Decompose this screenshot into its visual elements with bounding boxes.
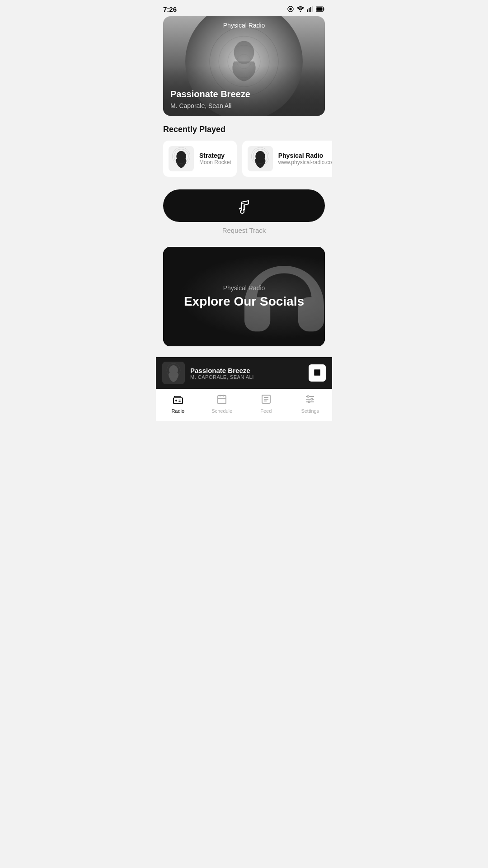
status-time: 7:26 [163,5,177,13]
svg-point-11 [234,41,254,64]
hero-card[interactable]: Physical Radio Passionate Breeze M. Capo… [163,16,325,116]
svg-rect-6 [316,7,322,11]
hero-station-label: Physical Radio [223,22,265,29]
recently-played-grid: Strategy Moon Rocket Physical Radio [163,141,325,177]
player-bar: Passionate Breeze M. CAPORALE, SEAN ALI [156,357,332,389]
main-content: Recently Played Strategy [156,116,332,346]
station-card-strategy[interactable]: Strategy Moon Rocket [163,141,237,177]
svg-point-47 [307,396,309,397]
request-track-label: Request Track [163,226,325,234]
svg-rect-1 [307,9,308,12]
player-track-artists: M. CAPORALE, SEAN ALI [190,374,303,380]
nav-label-schedule: Schedule [211,408,232,414]
battery-icon [316,6,325,12]
recently-played-section: Recently Played Strategy [163,125,325,177]
svg-point-49 [308,401,310,403]
hero-track-title: Passionate Breeze [170,89,250,99]
svg-rect-31 [218,396,226,404]
svg-rect-2 [309,8,310,12]
music-note-icon: ♫ [235,198,253,214]
svg-rect-3 [310,7,311,12]
nav-item-feed[interactable]: Feed [244,394,288,414]
station-logo-physical [249,147,272,170]
radio-icon [173,394,183,406]
wifi-icon [297,6,304,12]
player-track-title: Passionate Breeze [190,367,303,374]
nav-item-settings[interactable]: Settings [288,394,333,414]
station-thumb-strategy [169,146,194,171]
request-track-button[interactable]: ♫ [163,189,325,222]
station-sub-physical: www.physical-radio.com [278,159,332,165]
radio-svg [173,394,183,405]
podcast-icon [287,5,294,13]
station-name-physical: Physical Radio [278,152,332,159]
player-track-info: Passionate Breeze M. CAPORALE, SEAN ALI [190,367,303,380]
nav-label-settings: Settings [301,408,319,414]
socials-content: Physical Radio Explore Our Socials [184,284,304,309]
recently-played-title: Recently Played [163,125,325,134]
station-name-strategy: Strategy [199,152,231,159]
nav-label-radio: Radio [171,408,184,414]
socials-main-title: Explore Our Socials [184,294,304,309]
status-icons [287,5,325,13]
bottom-nav: Radio Schedule [156,389,332,421]
settings-icon [305,394,315,406]
status-bar: 7:26 [156,0,332,16]
svg-rect-27 [178,400,181,401]
feed-icon [261,394,272,406]
svg-point-48 [311,398,313,400]
stop-icon [313,368,321,377]
svg-point-26 [175,400,177,401]
player-album-thumb [162,362,185,384]
svg-rect-24 [314,369,320,376]
schedule-svg [216,394,227,405]
nav-item-radio[interactable]: Radio [156,394,200,414]
nav-label-feed: Feed [260,408,272,414]
station-info-physical: Physical Radio www.physical-radio.com [278,152,332,165]
player-album-art [162,362,185,384]
settings-svg [305,394,315,405]
nav-item-schedule[interactable]: Schedule [200,394,244,414]
svg-point-0 [289,8,291,10]
station-thumb-physical [248,146,273,171]
svg-text:♫: ♫ [237,199,247,213]
svg-rect-4 [312,6,313,12]
player-stop-button[interactable] [309,364,326,382]
schedule-icon [216,394,227,406]
feed-svg [261,394,272,405]
svg-rect-28 [178,401,181,402]
socials-banner[interactable]: Physical Radio Explore Our Socials [163,247,325,346]
station-sub-strategy: Moon Rocket [199,159,231,165]
station-info-strategy: Strategy Moon Rocket [199,152,231,165]
hero-track-artists: M. Caporale, Sean Ali [170,102,231,109]
svg-rect-25 [174,398,183,404]
signal-icon [307,6,313,12]
station-card-physical[interactable]: Physical Radio www.physical-radio.com [242,141,332,177]
socials-station-label: Physical Radio [184,284,304,292]
station-logo-strategy [170,147,192,170]
